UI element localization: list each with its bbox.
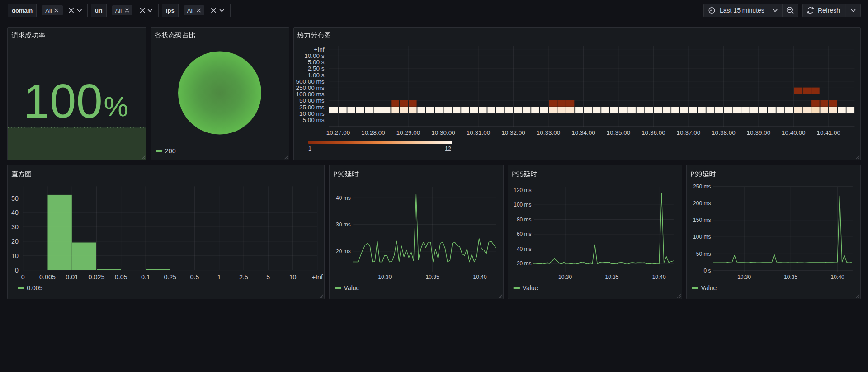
svg-text:30 ms: 30 ms: [336, 221, 351, 228]
svg-text:20: 20: [11, 238, 19, 245]
svg-text:30: 30: [11, 223, 19, 231]
svg-text:0: 0: [15, 267, 19, 274]
svg-text:10:33:00: 10:33:00: [537, 129, 561, 136]
svg-text:10:35: 10:35: [605, 274, 618, 280]
svg-text:40 ms: 40 ms: [517, 246, 532, 252]
svg-text:0.25: 0.25: [164, 273, 176, 281]
svg-text:10:40: 10:40: [652, 274, 666, 280]
svg-text:0.01: 0.01: [66, 273, 78, 281]
svg-text:10:39:00: 10:39:00: [747, 129, 771, 136]
svg-text:2.5: 2.5: [239, 273, 248, 281]
svg-text:60 ms: 60 ms: [517, 231, 532, 237]
svg-text:50: 50: [11, 195, 19, 202]
svg-text:200 ms: 200 ms: [693, 200, 711, 207]
svg-text:5.00 s: 5.00 s: [308, 59, 325, 66]
svg-text:120 ms: 120 ms: [514, 187, 531, 193]
svg-text:0.1: 0.1: [141, 273, 150, 281]
svg-text:0: 0: [21, 273, 25, 281]
svg-text:0.5: 0.5: [190, 273, 199, 281]
svg-text:50 ms: 50 ms: [696, 251, 711, 257]
svg-text:10:27:00: 10:27:00: [326, 129, 350, 136]
svg-text:10.00 s: 10.00 s: [304, 52, 325, 59]
svg-text:100 ms: 100 ms: [514, 202, 531, 208]
svg-text:12: 12: [445, 146, 451, 152]
svg-text:10:30: 10:30: [737, 274, 751, 280]
svg-text:10:30: 10:30: [378, 274, 392, 280]
svg-text:150 ms: 150 ms: [693, 217, 711, 223]
svg-text:0.005: 0.005: [39, 273, 56, 281]
svg-text:Value: Value: [523, 284, 538, 292]
svg-text:10.00 ms: 10.00 ms: [299, 110, 325, 117]
svg-text:10:37:00: 10:37:00: [677, 129, 701, 136]
svg-text:10:34:00: 10:34:00: [571, 129, 595, 136]
svg-text:50.00 ms: 50.00 ms: [299, 97, 325, 104]
svg-text:10:36:00: 10:36:00: [642, 129, 665, 136]
svg-text:10:28:00: 10:28:00: [361, 129, 385, 136]
svg-text:10:35: 10:35: [784, 274, 797, 280]
svg-text:100 ms: 100 ms: [693, 234, 711, 240]
svg-text:1.00 s: 1.00 s: [308, 72, 325, 79]
svg-text:10:30:00: 10:30:00: [431, 129, 455, 136]
svg-text:200: 200: [165, 147, 176, 155]
svg-text:80 ms: 80 ms: [517, 217, 532, 223]
svg-text:1: 1: [217, 273, 221, 281]
svg-text:10:41:00: 10:41:00: [817, 129, 841, 136]
svg-text:10:38:00: 10:38:00: [712, 129, 736, 136]
svg-text:10:40: 10:40: [473, 274, 487, 280]
svg-text:0.05: 0.05: [115, 273, 127, 281]
svg-text:10:40:00: 10:40:00: [782, 129, 806, 136]
svg-text:Value: Value: [701, 284, 717, 292]
svg-text:10:35:00: 10:35:00: [607, 129, 631, 136]
svg-text:500.00 ms: 500.00 ms: [296, 78, 324, 85]
svg-text:100%: 100%: [24, 75, 128, 127]
svg-text:25.00 ms: 25.00 ms: [299, 104, 325, 111]
svg-text:40: 40: [11, 209, 19, 216]
svg-text:10:32:00: 10:32:00: [501, 129, 525, 136]
svg-text:10:40: 10:40: [831, 274, 844, 280]
svg-text:20 ms: 20 ms: [336, 248, 351, 254]
svg-text:Value: Value: [344, 284, 360, 292]
svg-text:100.00 ms: 100.00 ms: [296, 91, 324, 98]
svg-text:10: 10: [289, 273, 297, 281]
svg-text:2.50 s: 2.50 s: [308, 65, 325, 72]
svg-text:+Inf: +Inf: [314, 46, 325, 53]
svg-text:0 s: 0 s: [703, 268, 711, 274]
svg-text:0.025: 0.025: [89, 273, 105, 281]
svg-text:10:29:00: 10:29:00: [396, 129, 420, 136]
svg-text:10:31:00: 10:31:00: [467, 129, 491, 136]
svg-text:10:30: 10:30: [558, 274, 572, 280]
svg-text:+Inf: +Inf: [312, 273, 323, 281]
svg-text:40 ms: 40 ms: [336, 195, 351, 201]
svg-text:10: 10: [11, 252, 19, 259]
svg-text:1: 1: [308, 146, 311, 152]
svg-text:250 ms: 250 ms: [693, 184, 711, 190]
svg-text:5.00 ms: 5.00 ms: [302, 117, 324, 123]
svg-text:5: 5: [266, 273, 270, 281]
svg-text:20 ms: 20 ms: [517, 260, 532, 267]
svg-text:10:35: 10:35: [426, 274, 439, 280]
svg-text:0.005: 0.005: [27, 284, 42, 292]
svg-text:250.00 ms: 250.00 ms: [296, 85, 324, 91]
